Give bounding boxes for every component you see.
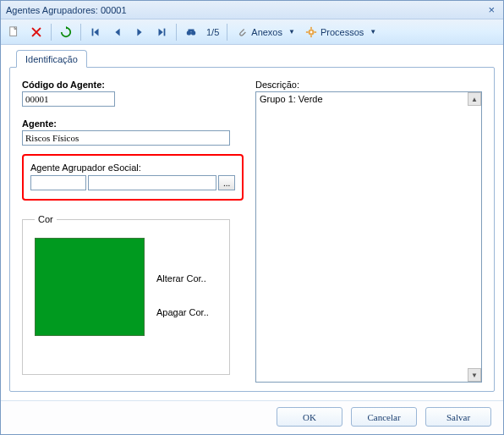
anexos-button[interactable]: Anexos ▼: [232, 23, 299, 41]
descricao-value: Grupo 1: Verde: [260, 94, 323, 104]
content-area: Identificação Código do Agente: Agente: …: [1, 45, 503, 400]
esocial-label: Agente Agrupador eSocial:: [30, 162, 235, 173]
agente-input[interactable]: [22, 130, 230, 146]
alterar-cor-button[interactable]: Alterar Cor..: [156, 273, 209, 284]
scroll-up-button[interactable]: ▲: [468, 92, 481, 106]
title-bar: Agentes Agrupadores: 00001 ×: [1, 1, 503, 19]
codigo-label: Código do Agente:: [22, 80, 245, 90]
svg-point-7: [310, 30, 313, 33]
left-column: Código do Agente: Agente: Agente Agrupad…: [10, 68, 250, 391]
chevron-down-icon: ▼: [286, 28, 295, 36]
separator: [51, 24, 52, 41]
tab-identificacao[interactable]: Identificação: [16, 50, 87, 68]
refresh-icon: [60, 26, 72, 38]
separator: [176, 24, 177, 41]
separator: [227, 24, 227, 41]
last-button[interactable]: [151, 23, 172, 41]
svg-rect-8: [310, 26, 312, 29]
svg-rect-2: [164, 28, 166, 36]
esocial-code-input[interactable]: [30, 175, 86, 190]
refresh-button[interactable]: [56, 23, 76, 41]
next-button[interactable]: [129, 23, 150, 41]
close-icon[interactable]: ×: [485, 1, 498, 19]
svg-rect-1: [92, 28, 94, 36]
ok-button[interactable]: OK: [277, 407, 342, 427]
chevron-down-icon: ▼: [367, 28, 376, 36]
right-column: Descrição: Grupo 1: Verde ▲ ▼: [250, 68, 494, 391]
attachment-icon: [236, 26, 248, 38]
window-title: Agentes Agrupadores: 00001: [6, 1, 127, 19]
esocial-lookup-button[interactable]: ...: [218, 175, 235, 190]
scroll-down-button[interactable]: ▼: [468, 368, 481, 382]
cor-legend: Cor: [35, 214, 57, 224]
esocial-desc-input[interactable]: [88, 175, 216, 190]
tab-panel: Código do Agente: Agente: Agente Agrupad…: [9, 67, 495, 392]
color-swatch: [35, 238, 145, 336]
processos-label: Processos: [320, 27, 364, 37]
cancel-button[interactable]: Cancelar: [351, 407, 417, 427]
prev-icon: [112, 26, 123, 38]
anexos-label: Anexos: [251, 27, 282, 37]
find-button[interactable]: [181, 23, 201, 41]
binoculars-icon: [185, 26, 197, 38]
last-icon: [156, 26, 167, 38]
next-icon: [134, 26, 145, 38]
gear-icon: [305, 26, 317, 38]
descricao-textarea[interactable]: Grupo 1: Verde ▲ ▼: [255, 91, 482, 383]
first-button[interactable]: [85, 23, 106, 41]
separator: [80, 24, 81, 41]
agente-label: Agente:: [22, 118, 245, 129]
record-counter: 1/5: [203, 27, 222, 37]
svg-rect-5: [189, 29, 194, 31]
new-icon: [8, 26, 20, 38]
apagar-cor-button[interactable]: Apagar Cor..: [156, 307, 209, 317]
cor-fieldset: Cor Alterar Cor.. Apagar Cor..: [22, 214, 230, 375]
delete-icon: [30, 26, 42, 38]
svg-rect-10: [306, 31, 309, 33]
first-icon: [90, 26, 101, 38]
processos-button[interactable]: Processos ▼: [301, 23, 381, 41]
codigo-input: [22, 91, 115, 107]
svg-rect-11: [314, 31, 316, 33]
save-button[interactable]: Salvar: [425, 407, 491, 427]
svg-rect-9: [310, 35, 312, 37]
toolbar: 1/5 Anexos ▼ Processos ▼: [1, 19, 503, 45]
descricao-label: Descrição:: [255, 80, 482, 90]
esocial-highlight: Agente Agrupador eSocial: ...: [22, 154, 244, 201]
prev-button[interactable]: [107, 23, 128, 41]
delete-button[interactable]: [26, 23, 47, 41]
footer: OK Cancelar Salvar: [1, 400, 503, 432]
new-button[interactable]: [4, 23, 25, 41]
